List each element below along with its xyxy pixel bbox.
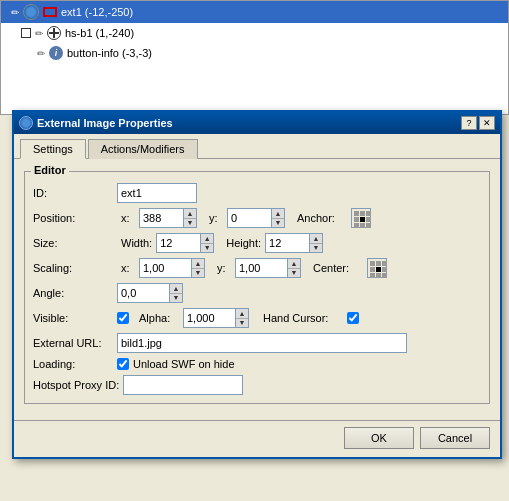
tab-settings[interactable]: Settings [20,139,86,159]
width-input[interactable] [156,233,200,253]
angle-input[interactable] [117,283,169,303]
cgrid-cell-3 [382,261,387,266]
x-spin-up[interactable]: ▲ [184,209,196,219]
tabs-bar: Settings Actions/Modifiers [14,134,500,159]
background-tree: ✏ ext1 (-12,-250) ✏ hs-b1 (1,-240) ✏ i b… [0,0,509,115]
visible-checkbox[interactable] [117,312,129,324]
alpha-input[interactable] [183,308,235,328]
position-label: Position: [33,212,113,224]
url-input[interactable] [117,333,407,353]
cgrid-cell-4 [370,267,375,272]
grid-cell-4 [354,217,359,222]
width-spin-down[interactable]: ▼ [201,244,213,253]
y-spin-up[interactable]: ▲ [272,209,284,219]
loading-checkbox[interactable] [117,358,129,370]
tree-item-btninfo[interactable]: ✏ i button-info (-3,-3) [1,43,508,63]
position-row: Position: x: ▲ ▼ y: ▲ ▼ An [33,208,481,228]
expand-icon [21,28,31,38]
grid-cell-2 [360,211,365,216]
height-spinbtns: ▲ ▼ [309,233,323,253]
id-row: ID: [33,183,481,203]
dialog-body: Editor ID: Position: x: ▲ ▼ y: [14,159,500,414]
width-spin-up[interactable]: ▲ [201,234,213,244]
hotspot-row: Hotspot Proxy ID: [33,375,481,395]
id-label: ID: [33,187,113,199]
crosshair-icon [47,26,61,40]
angle-spin-up[interactable]: ▲ [170,284,182,294]
x-spinbtns: ▲ ▼ [183,208,197,228]
sy-label: y: [217,262,231,274]
dialog-title-icon [19,116,33,130]
height-spin-up[interactable]: ▲ [310,234,322,244]
visible-row: Visible: Alpha: ▲ ▼ Hand Cursor: [33,308,481,328]
grid-cell-8 [360,223,365,228]
sy-input[interactable] [235,258,287,278]
alpha-spin-up[interactable]: ▲ [236,309,248,319]
x-spin-down[interactable]: ▼ [184,219,196,228]
sx-spin-up[interactable]: ▲ [192,259,204,269]
scaling-row: Scaling: x: ▲ ▼ y: ▲ ▼ Cen [33,258,481,278]
anchor-label: Anchor: [297,212,347,224]
loading-checkbox-row: Unload SWF on hide [117,358,235,370]
width-label: Width: [121,237,152,249]
x-spin: ▲ ▼ [139,208,197,228]
tree-item-hsb1[interactable]: ✏ hs-b1 (1,-240) [1,23,508,43]
tree-item-ext1[interactable]: ✏ ext1 (-12,-250) [1,1,508,23]
tab-actions-modifiers[interactable]: Actions/Modifiers [88,139,198,159]
grid-cell-3 [366,211,371,216]
y-spin: ▲ ▼ [227,208,285,228]
sx-label: x: [121,262,135,274]
cgrid-cell-9 [382,273,387,278]
center-grid[interactable] [367,258,387,278]
handcursor-label: Hand Cursor: [263,312,343,324]
handcursor-checkbox[interactable] [347,312,359,324]
group-label: Editor [31,164,69,176]
alpha-spinbtns: ▲ ▼ [235,308,249,328]
sy-spin: ▲ ▼ [235,258,301,278]
cgrid-cell-1 [370,261,375,266]
sx-spinbtns: ▲ ▼ [191,258,205,278]
sx-spin-down[interactable]: ▼ [192,269,204,278]
sy-spin-down[interactable]: ▼ [288,269,300,278]
height-spin-down[interactable]: ▼ [310,244,322,253]
alpha-spin: ▲ ▼ [183,308,249,328]
center-label: Center: [313,262,363,274]
dialog-title-left: External Image Properties [19,116,173,130]
cgrid-cell-2 [376,261,381,266]
editor-group: Editor ID: Position: x: ▲ ▼ y: [24,171,490,404]
cgrid-cell-8 [376,273,381,278]
alpha-spin-down[interactable]: ▼ [236,319,248,328]
height-input[interactable] [265,233,309,253]
cancel-button[interactable]: Cancel [420,427,490,449]
anchor-grid[interactable] [351,208,371,228]
size-row: Size: Width: ▲ ▼ Height: ▲ ▼ [33,233,481,253]
x-input[interactable] [139,208,183,228]
y-input[interactable] [227,208,271,228]
sy-spin-up[interactable]: ▲ [288,259,300,269]
hotspot-label: Hotspot Proxy ID: [33,379,119,391]
angle-row: Angle: ▲ ▼ [33,283,481,303]
ok-button[interactable]: OK [344,427,414,449]
hotspot-input[interactable] [123,375,243,395]
dialog-footer: OK Cancel [14,420,500,457]
help-button[interactable]: ? [461,116,477,130]
dialog-controls: ? ✕ [461,116,495,130]
tree-item-ext1-label: ext1 (-12,-250) [61,6,133,18]
y-spinbtns: ▲ ▼ [271,208,285,228]
loading-label: Loading: [33,358,113,370]
unload-label: Unload SWF on hide [133,358,235,370]
close-button[interactable]: ✕ [479,116,495,130]
dialog-titlebar: External Image Properties ? ✕ [14,112,500,134]
dialog-title-text: External Image Properties [37,117,173,129]
sy-spinbtns: ▲ ▼ [287,258,301,278]
visible-checkbox-row [117,312,129,324]
loading-row: Loading: Unload SWF on hide [33,358,481,370]
sx-spin: ▲ ▼ [139,258,205,278]
url-label: External URL: [33,337,113,349]
angle-spin-down[interactable]: ▼ [170,294,182,303]
id-input[interactable] [117,183,197,203]
y-spin-down[interactable]: ▼ [272,219,284,228]
angle-label: Angle: [33,287,113,299]
grid-cell-1 [354,211,359,216]
sx-input[interactable] [139,258,191,278]
